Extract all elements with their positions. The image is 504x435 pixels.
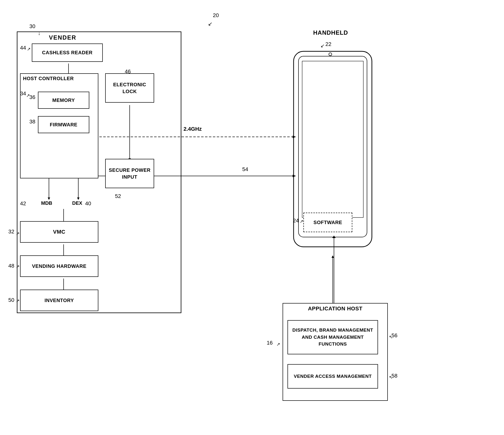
vender-access-box: VENDER ACCESS MANAGEMENT	[287, 364, 378, 389]
vmc-box: VMC	[20, 221, 98, 243]
app-host-to-handheld-arrow	[328, 235, 340, 305]
ref-16: 16	[267, 340, 273, 346]
ref-52: 52	[115, 193, 121, 199]
vending-hardware-box: VENDING HARDWARE	[20, 255, 98, 277]
ref-40: 40	[85, 200, 91, 207]
mdb-label: MDB	[41, 200, 52, 206]
svg-marker-7	[48, 197, 50, 200]
ref-36: 36	[29, 94, 35, 100]
secure-power-input-box: SECURE POWER INPUT	[105, 159, 154, 188]
vender-label: VENDER	[49, 34, 76, 41]
svg-rect-31	[302, 61, 363, 218]
svg-rect-30	[298, 56, 367, 237]
svg-point-32	[329, 53, 332, 56]
ref-32: 32	[8, 228, 14, 235]
ref-54: 54	[242, 166, 248, 173]
ref-38: 38	[29, 119, 35, 125]
ref-24: 24	[293, 218, 299, 224]
ref-20: 20	[213, 12, 219, 19]
firmware-box: FIRMWARE	[38, 116, 89, 133]
host-controller-label: HOST CONTROLLER	[23, 76, 74, 81]
ref-34: 34	[20, 90, 26, 97]
memory-box: MEMORY	[38, 92, 89, 109]
ref-44: 44	[20, 45, 26, 51]
ref-42: 42	[20, 200, 26, 207]
electronic-lock-box: ELECTRONIC LOCK	[105, 73, 154, 103]
svg-marker-34	[332, 236, 336, 238]
ref-48: 48	[8, 263, 14, 269]
ref-30: 30	[29, 23, 35, 30]
inventory-box: INVENTORY	[20, 290, 98, 311]
ref-22: 22	[325, 41, 331, 47]
cashless-reader-box: CASHLESS READER	[32, 44, 103, 62]
ref-50: 50	[8, 297, 14, 303]
svg-marker-9	[77, 197, 80, 200]
handheld-label: HANDHELD	[313, 29, 348, 36]
frequency-label: 2.4GHz	[183, 126, 202, 132]
dex-label: DEX	[72, 200, 82, 206]
dispatch-box: DISPATCH, BRAND MANAGEMENT AND CASH MANA…	[287, 320, 378, 354]
software-box: SOFTWARE	[303, 213, 352, 232]
diagram: 20 ↙ 30 ↓ VENDER 44 ↗ CASHLESS READER 46…	[0, 0, 504, 435]
application-host-label: APPLICATION HOST	[308, 305, 363, 312]
connection-lines	[0, 0, 504, 435]
